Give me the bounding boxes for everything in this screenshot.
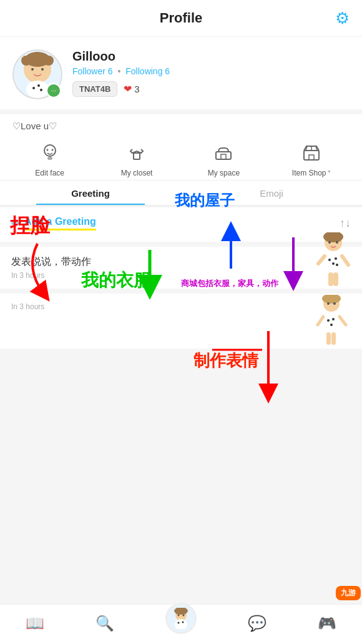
svg-point-5 [41,68,44,71]
tabs-row: Greeting Emoji [0,181,362,206]
svg-rect-16 [221,154,226,159]
dot-separator: • [117,66,120,76]
post-time-1: In 3 hours [11,271,351,280]
sort-icon[interactable]: ↑↓ [340,217,351,230]
my-closet-label: My closet [121,169,153,177]
nav-feed[interactable]: 📖 [26,615,44,632]
edit-face-label: Edit face [35,169,64,177]
search-icon: 🔍 [95,615,114,632]
svg-point-55 [178,614,180,616]
svg-point-32 [336,264,338,266]
svg-point-57 [175,619,187,629]
nav-messages[interactable]: 💬 [248,615,267,632]
svg-point-4 [31,68,34,71]
svg-point-44 [327,319,330,322]
add-greeting-button[interactable]: Add a Greeting [24,216,96,230]
bottom-nav: 📖 🔍 💬 🎮 [0,604,362,644]
heart-icon: ❤ [124,83,132,95]
svg-rect-13 [47,157,52,160]
post-avatar-1 [315,232,352,282]
svg-rect-49 [326,332,331,345]
svg-point-12 [51,149,53,151]
tab-emoji[interactable]: Emoji [181,181,362,205]
header: Profile ⚙ [0,0,362,37]
post-time-2: In 3 hours [11,302,351,311]
my-space-label: My space [208,169,240,177]
follower-label: Follower [72,66,105,76]
svg-rect-50 [331,332,336,345]
svg-line-34 [342,256,348,265]
profile-badges: TNAT4B ❤ 3 [72,81,350,97]
svg-rect-14 [134,153,140,159]
svg-point-8 [37,84,40,87]
follow-stats[interactable]: Follower 6 • Following 6 [72,66,350,76]
space-icon [214,143,233,166]
item-shop-button[interactable]: Item Shop [292,143,331,177]
svg-line-47 [318,317,323,325]
svg-point-43 [323,312,340,333]
item-shop-label: Item Shop [292,169,331,177]
svg-point-42 [333,302,336,305]
username: Gillooo [72,49,350,64]
svg-line-48 [340,317,346,325]
annotation-emoji: 制作表情 [193,350,258,372]
svg-point-31 [332,262,335,265]
svg-rect-36 [333,272,338,286]
pencil-icon: ✏ [11,217,19,229]
tab-greeting[interactable]: Greeting [0,181,181,205]
svg-line-33 [318,256,325,264]
page-title: Profile [160,10,202,26]
profile-info: Gillooo Follower 6 • Following 6 TNAT4B … [72,49,350,97]
post-avatar-2 [315,295,352,345]
edit-face-button[interactable]: Edit face [31,143,69,177]
svg-point-59 [182,621,184,623]
shop-icon [302,143,321,166]
svg-point-6 [26,81,49,98]
messages-icon: 💬 [248,615,267,632]
my-closet-button[interactable]: My closet [118,143,155,177]
svg-point-2 [21,56,31,66]
nav-nine[interactable]: 🎮 [318,615,336,632]
feed-icon: 📖 [26,615,44,632]
svg-point-7 [32,87,35,89]
following-label: Following [125,66,162,76]
svg-point-56 [183,614,185,616]
face-icon [41,143,59,166]
svg-point-46 [330,324,333,326]
svg-point-11 [46,149,48,151]
svg-point-3 [44,56,54,66]
follower-count: 6 [108,66,113,76]
svg-rect-15 [216,152,231,159]
settings-icon[interactable]: ⚙ [335,9,350,28]
greeting-section: ✏ Add a Greeting ↑↓ [0,207,362,242]
nav-avatar-icon [165,603,197,634]
closet-icon [127,143,146,166]
svg-point-27 [336,241,338,244]
heart-count: 3 [134,84,139,94]
badge-tag: TNAT4B [72,81,117,97]
post-content-1: 发表说说，带动作 [11,255,351,269]
svg-point-26 [328,241,331,244]
nav-profile-center[interactable] [165,613,197,634]
heart-badge: ❤ 3 [124,83,139,95]
nine-icon: 🎮 [318,615,336,632]
svg-point-41 [327,302,330,305]
nav-search[interactable]: 🔍 [95,615,114,632]
watermark: 九游 [336,586,361,600]
profile-section: ··· Gillooo Follower 6 • Following 6 TNA… [0,37,362,109]
my-space-button[interactable]: My space [205,143,242,177]
post-card-1: 发表说说，带动作 In 3 hours [0,247,362,289]
avatar[interactable]: ··· [12,49,62,99]
add-greeting-row: ✏ Add a Greeting ↑↓ [11,216,351,230]
action-icons: Edit face My closet My space [0,134,362,181]
online-badge: ··· [46,83,61,98]
svg-point-45 [332,318,335,320]
svg-point-30 [335,257,337,260]
tagline: ♡Love u♡ [0,114,362,134]
svg-rect-18 [309,155,314,160]
following-count: 6 [165,66,170,76]
svg-rect-35 [328,272,333,286]
svg-point-58 [178,622,180,623]
svg-point-9 [40,89,42,91]
post-card-2: In 3 hours [0,294,362,349]
